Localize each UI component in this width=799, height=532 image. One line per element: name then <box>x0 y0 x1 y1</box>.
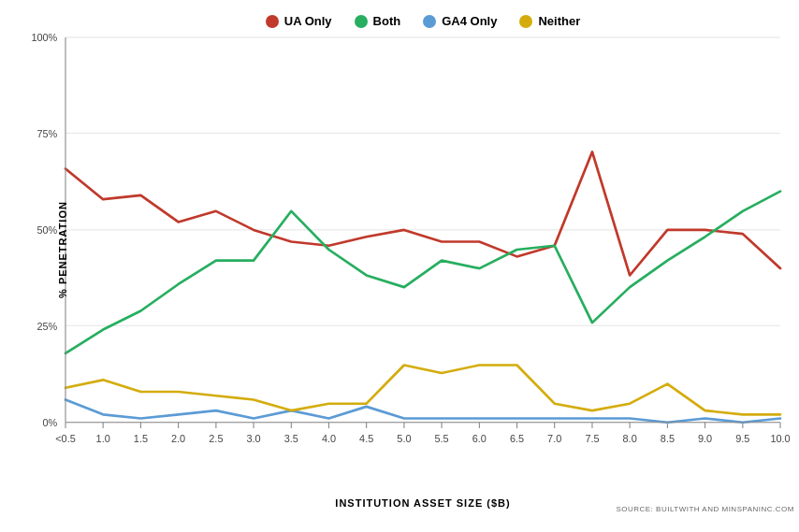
legend-dot-ua-only <box>266 15 279 28</box>
x-tick-15: 8.0 <box>623 433 637 444</box>
legend-label-neither: Neither <box>538 14 580 28</box>
legend-dot-both <box>355 15 368 28</box>
x-tick-5: 3.0 <box>246 433 260 444</box>
legend-label-ga4-only: GA4 Only <box>442 14 497 28</box>
chart-container: UA Only Both GA4 Only Neither % Penetrat… <box>0 0 799 532</box>
ga4-only-line <box>65 399 780 422</box>
y-tick-0: 0% <box>43 417 58 428</box>
legend-item-neither: Neither <box>519 14 580 28</box>
x-tick-10: 5.5 <box>435 433 449 444</box>
x-tick-11: 6.0 <box>472 433 487 444</box>
x-tick-14: 7.5 <box>585 433 599 444</box>
x-tick-16: 8.5 <box>661 433 675 444</box>
x-tick-7: 4.0 <box>322 433 336 444</box>
neither-line <box>65 366 780 415</box>
chart-area: % Penetration Institution Asset Size ($B… <box>65 37 780 462</box>
legend-dot-neither <box>519 15 532 28</box>
x-tick-1: 1.0 <box>96 433 110 444</box>
x-tick-19: 10.0 <box>770 433 790 444</box>
main-chart-svg: 100% 75% 50% 25% 0% <0.5 1.0 1.5 2.0 2.5… <box>65 37 780 462</box>
x-tick-17: 9.0 <box>698 433 712 444</box>
y-tick-75: 75% <box>36 128 57 139</box>
x-tick-13: 7.0 <box>547 433 561 444</box>
x-tick-12: 6.5 <box>510 433 524 444</box>
legend-item-ga4-only: GA4 Only <box>423 14 497 28</box>
x-tick-18: 9.5 <box>735 433 749 444</box>
y-tick-50: 50% <box>36 224 57 236</box>
x-tick-0: <0.5 <box>55 433 76 444</box>
y-tick-100: 100% <box>31 32 57 43</box>
legend-item-ua-only: UA Only <box>266 14 332 28</box>
x-tick-8: 4.5 <box>359 433 373 444</box>
x-tick-2: 1.5 <box>134 433 148 444</box>
legend-label-both: Both <box>373 14 401 28</box>
x-tick-6: 3.5 <box>284 433 298 444</box>
legend-label-ua-only: UA Only <box>284 14 332 28</box>
x-tick-9: 5.0 <box>397 433 411 444</box>
y-tick-25: 25% <box>36 321 57 332</box>
y-axis-label: % Penetration <box>57 201 68 298</box>
source-text: Source: BuiltWith and MinspanInc.com <box>616 505 794 513</box>
legend-dot-ga4-only <box>423 15 436 28</box>
legend-item-both: Both <box>355 14 401 28</box>
both-line <box>65 192 780 353</box>
x-tick-3: 2.0 <box>171 433 185 444</box>
x-axis-label: Institution Asset Size ($B) <box>335 497 510 509</box>
chart-legend: UA Only Both GA4 Only Neither <box>65 14 780 28</box>
x-tick-4: 2.5 <box>209 433 223 444</box>
